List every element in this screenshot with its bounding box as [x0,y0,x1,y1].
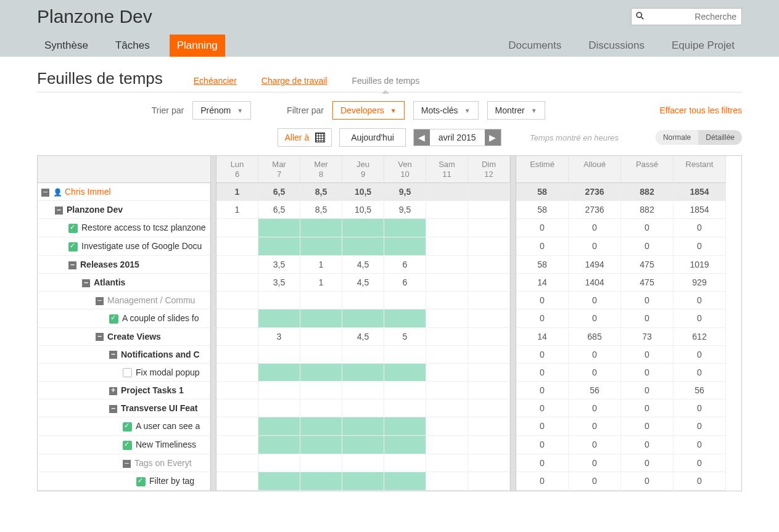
summary-cell: 0 [569,454,621,472]
toggle-icon[interactable]: – [96,297,104,305]
tree-row[interactable]: +Project Tasks 1 [38,382,210,399]
summary-cell: 58 [516,256,569,274]
toggle-icon[interactable]: – [68,261,76,269]
summary-cell: 0 [569,237,621,256]
tree-row[interactable]: –Releases 2015 [38,256,210,274]
nav-synthèse[interactable]: Synthèse [37,35,96,57]
sub-tab-1[interactable]: Charge de travail [262,76,328,86]
summary-header: Passé [621,156,674,183]
tree-row[interactable]: Fix modal popup [38,364,210,382]
toggle-icon[interactable]: – [109,405,117,413]
day-cell [300,346,342,364]
gutter [510,399,516,417]
summary-cell: 0 [621,237,674,256]
goto-button[interactable]: Aller à [278,128,332,147]
day-cell [384,237,426,256]
sort-label: Trier par [152,105,184,115]
gutter [210,237,216,256]
summary-cell: 929 [674,274,726,292]
gutter [510,156,516,183]
tree-row[interactable]: –Tags on Everyt [38,454,210,472]
day-cell [384,454,426,472]
show-dropdown[interactable]: Montrer▼ [487,101,545,120]
summary-cell: 0 [621,399,674,417]
tree-row[interactable]: A user can see a [38,417,210,436]
tree-row[interactable]: –Management / Commu [38,292,210,309]
gutter [510,183,516,201]
tree-row[interactable]: Filter by tag [38,472,210,491]
day-cell: 1 [216,201,258,219]
sub-tab-2[interactable]: Feuilles de temps [352,76,419,86]
nav-planning[interactable]: Planning [170,35,225,57]
row-label: Management / Commu [107,295,195,305]
toggle-icon[interactable]: + [109,387,117,395]
view-toggle-detailed[interactable]: Détaillée [698,130,742,145]
day-cell [300,309,342,328]
view-toggle-normal[interactable]: Normale [656,130,698,145]
day-cell [426,292,468,309]
day-cell [216,364,258,382]
gutter [210,201,216,219]
check-done-icon[interactable] [136,477,146,486]
nav-discussions[interactable]: Discussions [581,35,652,57]
tree-row[interactable]: –Notifications and C [38,346,210,364]
filter-dropdown[interactable]: Developers▼ [332,101,405,120]
day-cell [258,472,300,491]
next-arrow[interactable]: ▶ [485,129,501,145]
day-cell: 8,5 [300,183,342,201]
tree-row[interactable]: –👤Chris Immel [38,183,210,201]
search-input[interactable] [631,8,742,25]
summary-cell: 0 [516,237,569,256]
check-done-icon[interactable] [68,224,78,233]
day-cell [258,309,300,328]
day-cell [216,472,258,491]
keywords-dropdown[interactable]: Mots-clés▼ [413,101,479,120]
gutter [510,201,516,219]
summary-cell: 14 [516,274,569,292]
toggle-icon[interactable]: – [96,333,104,341]
summary-cell: 612 [674,328,726,346]
tree-row[interactable]: New Timeliness [38,436,210,454]
day-cell [216,399,258,417]
summary-cell: 0 [674,237,726,256]
prev-arrow[interactable]: ◀ [414,129,430,145]
toggle-icon[interactable]: – [55,207,63,215]
toggle-icon[interactable]: – [109,351,117,359]
nav-tâches[interactable]: Tâches [108,35,157,57]
tree-row[interactable]: A couple of slides fo [38,309,210,328]
check-empty-icon[interactable] [123,368,132,377]
check-done-icon[interactable] [123,441,132,450]
day-cell [216,292,258,309]
check-done-icon[interactable] [109,314,118,324]
check-done-icon[interactable] [123,422,132,432]
gutter [210,417,216,436]
tree-row[interactable]: Investigate use of Google Docu [38,237,210,256]
gutter [510,256,516,274]
tree-row[interactable]: –Planzone Dev [38,201,210,219]
gutter [210,399,216,417]
tree-row[interactable]: –Atlantis [38,274,210,292]
toggle-icon[interactable]: – [82,279,90,287]
sub-tab-0[interactable]: Echéancier [194,76,237,86]
nav-documents[interactable]: Documents [501,35,569,57]
toggle-icon[interactable]: – [41,189,49,197]
summary-cell: 0 [621,472,674,491]
summary-cell: 1404 [569,274,621,292]
gutter [210,436,216,454]
today-button[interactable]: Aujourd'hui [339,128,406,147]
day-cell [300,436,342,454]
summary-cell: 2736 [569,183,621,201]
nav-right: DocumentsDiscussionsEquipe Projet [501,35,742,57]
current-date-label: avril 2015 [430,133,485,142]
day-cell [426,237,468,256]
nav-equipe-projet[interactable]: Equipe Projet [664,35,742,57]
clear-filters-link[interactable]: Effacer tous les filtres [659,105,742,115]
summary-cell: 56 [674,382,726,399]
tree-row[interactable]: –Transverse UI Feat [38,399,210,417]
toggle-icon[interactable]: – [123,460,131,468]
tree-row[interactable]: –Create Views [38,328,210,346]
check-done-icon[interactable] [68,242,78,252]
day-cell [426,309,468,328]
tree-row[interactable]: Restore access to tcsz planzone [38,219,210,237]
sort-dropdown[interactable]: Prénom▼ [192,101,251,120]
